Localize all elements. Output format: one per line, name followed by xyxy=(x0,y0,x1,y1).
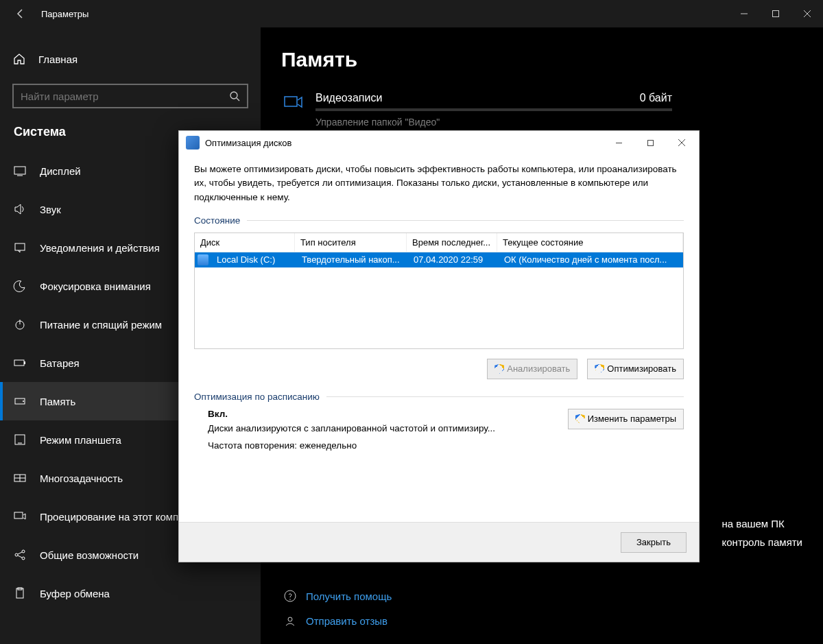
feedback-icon xyxy=(281,614,299,628)
display-icon xyxy=(12,163,27,178)
close-dialog-button[interactable]: Закрыть xyxy=(621,532,687,553)
svg-rect-4 xyxy=(14,167,25,174)
sidebar-item-clipboard[interactable]: Буфер обмена xyxy=(0,574,261,612)
search-icon xyxy=(229,91,240,102)
sidebar-item-label: Режим планшета xyxy=(40,434,121,446)
help-label: Получить помощь xyxy=(306,591,392,602)
dialog-app-icon xyxy=(186,136,200,150)
cell-state: ОК (Количество дней с момента посл... xyxy=(499,253,683,266)
drives-table: Диск Тип носителя Время последнег... Тек… xyxy=(194,232,684,349)
clipboard-icon xyxy=(12,586,27,601)
background-text: на вашем ПК контроль памяти xyxy=(722,514,802,551)
svg-point-29 xyxy=(288,617,292,621)
storage-category-videos[interactable]: Видеозаписи 0 байт Управление папкой "Ви… xyxy=(281,92,823,128)
sidebar-item-label: Батарея xyxy=(40,357,80,369)
search-box[interactable] xyxy=(12,84,248,108)
schedule-desc: Диски анализируются с запланированной ча… xyxy=(208,423,547,433)
window-title: Параметры xyxy=(41,9,728,19)
sidebar-item-label: Общие возможности xyxy=(40,549,139,561)
dialog-minimize-button[interactable] xyxy=(603,132,634,154)
optimize-button[interactable]: Оптимизировать xyxy=(587,359,684,379)
sidebar-item-label: Фокусировка внимания xyxy=(40,281,151,292)
focus-icon xyxy=(12,278,27,294)
svg-point-28 xyxy=(289,599,291,600)
shield-icon xyxy=(575,414,585,424)
col-media[interactable]: Тип носителя xyxy=(295,233,407,252)
dialog-close-button[interactable] xyxy=(666,132,697,154)
video-title: Видеозаписи xyxy=(315,92,382,104)
col-state[interactable]: Текущее состояние xyxy=(497,233,683,252)
sidebar-item-label: Звук xyxy=(40,204,61,215)
battery-icon xyxy=(12,355,27,370)
help-icon xyxy=(281,589,299,603)
disk-icon xyxy=(198,254,208,265)
maximize-button[interactable] xyxy=(760,0,791,27)
get-help-link[interactable]: Получить помощь xyxy=(281,589,392,603)
video-icon xyxy=(281,92,306,110)
search-input[interactable] xyxy=(21,91,229,102)
sidebar-home-label: Главная xyxy=(38,53,77,65)
power-icon xyxy=(12,317,27,332)
sidebar-item-label: Дисплей xyxy=(40,165,81,177)
col-disk[interactable]: Диск xyxy=(195,233,295,252)
dialog-description: Вы можете оптимизировать диски, чтобы по… xyxy=(194,163,684,204)
table-header: Диск Тип носителя Время последнег... Тек… xyxy=(195,233,683,252)
back-button[interactable] xyxy=(0,8,41,19)
svg-rect-10 xyxy=(24,361,25,364)
svg-point-2 xyxy=(230,92,237,99)
svg-point-12 xyxy=(23,401,24,402)
cell-date: 07.04.2020 22:59 xyxy=(408,253,499,266)
col-last[interactable]: Время последнег... xyxy=(407,233,497,252)
svg-line-23 xyxy=(18,556,22,558)
sidebar-item-label: Уведомления и действия xyxy=(40,242,160,254)
dialog-maximize-button[interactable] xyxy=(634,132,666,154)
sound-icon xyxy=(12,202,27,217)
sidebar-home[interactable]: Главная xyxy=(0,40,261,78)
svg-rect-31 xyxy=(647,140,653,145)
drive-row[interactable]: Local Disk (C:) Твердотельный накоп... 0… xyxy=(195,252,683,267)
storage-icon xyxy=(12,394,27,409)
optimize-drives-dialog: Оптимизация дисков Вы можете оптимизиров… xyxy=(178,130,700,562)
sidebar-item-label: Питание и спящий режим xyxy=(40,319,162,331)
svg-point-19 xyxy=(15,553,18,556)
svg-point-20 xyxy=(22,550,25,553)
divider xyxy=(326,396,684,397)
window-controls xyxy=(728,0,823,27)
shared-icon xyxy=(12,547,27,562)
sidebar-item-label: Память xyxy=(40,396,75,407)
svg-rect-1 xyxy=(773,11,779,17)
projecting-icon xyxy=(12,509,27,524)
change-settings-button[interactable]: Изменить параметры xyxy=(568,409,684,429)
svg-line-22 xyxy=(18,552,22,554)
svg-rect-18 xyxy=(14,512,23,518)
svg-rect-6 xyxy=(15,243,25,250)
shield-icon xyxy=(595,364,604,374)
tablet-icon xyxy=(12,432,27,447)
video-desc: Управление папкой "Видео" xyxy=(315,117,672,128)
svg-rect-9 xyxy=(14,360,24,366)
video-usage-bar xyxy=(315,108,672,111)
multitask-icon xyxy=(12,470,27,486)
svg-point-21 xyxy=(22,557,25,560)
sidebar-item-label: Многозадачность xyxy=(40,473,123,484)
feedback-label: Отправить отзыв xyxy=(306,615,387,627)
svg-rect-26 xyxy=(285,97,297,106)
sidebar-item-label: Буфер обмена xyxy=(40,588,110,599)
feedback-link[interactable]: Отправить отзыв xyxy=(281,614,392,628)
svg-line-3 xyxy=(237,98,239,101)
minimize-button[interactable] xyxy=(728,0,760,27)
analyze-button: Анализировать xyxy=(487,359,577,379)
close-button[interactable] xyxy=(791,0,823,27)
divider xyxy=(247,220,684,221)
cell-media: Твердотельный накоп... xyxy=(296,253,408,266)
shield-icon xyxy=(494,364,504,374)
home-icon xyxy=(12,52,26,66)
dialog-titlebar: Оптимизация дисков xyxy=(179,131,699,154)
notifications-icon xyxy=(12,240,27,255)
schedule-status: Вкл. xyxy=(208,409,547,419)
cell-disk-name: Local Disk (C:) xyxy=(211,253,296,266)
settings-titlebar: Параметры xyxy=(0,0,823,27)
schedule-section-label: Оптимизация по расписанию xyxy=(194,392,320,402)
status-section-label: Состояние xyxy=(194,215,240,226)
schedule-frequency: Частота повторения: еженедельно xyxy=(208,440,547,451)
